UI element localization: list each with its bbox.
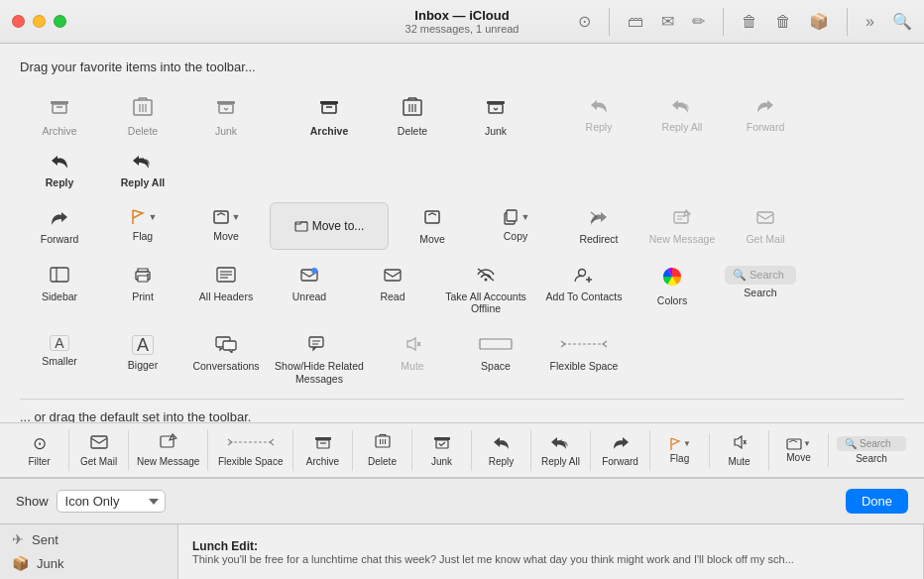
toolbar-item-delete[interactable]: Delete bbox=[373, 90, 452, 142]
svg-rect-13 bbox=[322, 104, 336, 113]
toolbar-item-reply-all-bold[interactable]: Reply All bbox=[103, 146, 182, 193]
default-item-reply-all[interactable]: Reply All bbox=[531, 430, 591, 471]
default-reply-all-icon bbox=[550, 434, 572, 454]
toolbar-item-colors[interactable]: Colors bbox=[633, 260, 712, 319]
reply-all-bold-icon bbox=[131, 152, 155, 173]
mail-icon[interactable]: ✉ bbox=[661, 12, 674, 31]
move-label: Move bbox=[419, 233, 445, 246]
toolbar-item-move-dropdown[interactable]: ▼ Move bbox=[186, 202, 266, 250]
default-item-archive[interactable]: Archive bbox=[293, 430, 353, 471]
default-forward-label: Forward bbox=[602, 456, 638, 467]
minimize-button[interactable] bbox=[33, 15, 46, 28]
junk-icon[interactable]: 📦 bbox=[809, 12, 829, 31]
reply-all-gray-icon bbox=[670, 96, 694, 117]
toolbar-item-flexible-space[interactable]: Flexible Space bbox=[539, 329, 629, 389]
default-item-flexible-space[interactable]: Flexible Space bbox=[208, 430, 293, 471]
toolbar-item-reply-bold[interactable]: Reply bbox=[20, 146, 99, 193]
toolbar-item-junk-small[interactable]: Junk bbox=[186, 90, 266, 142]
toolbar-item-move[interactable]: Move bbox=[393, 202, 472, 250]
message-from: Lunch Edit: bbox=[192, 539, 909, 553]
done-button[interactable]: Done bbox=[846, 489, 908, 514]
toolbar-item-print[interactable]: Print bbox=[103, 260, 182, 319]
default-item-forward[interactable]: Forward bbox=[591, 430, 650, 471]
svg-rect-58 bbox=[91, 436, 107, 448]
toolbar-item-reply-gray[interactable]: Reply bbox=[559, 90, 638, 142]
take-all-offline-icon bbox=[475, 266, 497, 287]
toolbar-item-junk[interactable]: Junk bbox=[456, 90, 535, 142]
default-forward-icon bbox=[612, 434, 630, 454]
default-flag-icon: ▼ bbox=[668, 437, 691, 451]
toolbar-item-search[interactable]: 🔍 Search Search bbox=[716, 260, 805, 319]
maximize-button[interactable] bbox=[54, 15, 66, 28]
more-icon[interactable]: » bbox=[866, 13, 874, 31]
default-item-junk[interactable]: Junk bbox=[412, 430, 472, 471]
archive-icon[interactable]: 🗃 bbox=[628, 13, 643, 31]
bigger-icon: A bbox=[132, 335, 154, 355]
toolbar-item-show-hide-related[interactable]: Show/Hide Related Messages bbox=[270, 329, 369, 389]
divider bbox=[20, 399, 904, 400]
toolbar-item-unread[interactable]: Unread bbox=[270, 260, 349, 319]
svg-point-44 bbox=[485, 278, 488, 281]
move-dropdown-icon: ▼ bbox=[212, 208, 241, 226]
default-item-reply[interactable]: Reply bbox=[472, 430, 531, 471]
toolbar-item-archive-small[interactable]: Archive bbox=[20, 90, 99, 142]
default-item-search[interactable]: 🔍 Search Search bbox=[829, 432, 914, 468]
toolbar-item-bigger[interactable]: A Bigger bbox=[103, 329, 182, 389]
archive-label: Archive bbox=[310, 125, 349, 138]
default-item-move[interactable]: ▼ Move bbox=[769, 433, 829, 467]
sent-label: Sent bbox=[32, 532, 58, 547]
copy-icon: ▼ bbox=[502, 208, 530, 226]
toolbar-item-forward[interactable]: Forward bbox=[20, 202, 99, 250]
toolbar-item-delete-small[interactable]: Delete bbox=[103, 90, 182, 142]
toolbar-item-archive[interactable]: Archive bbox=[289, 90, 369, 142]
svg-rect-25 bbox=[295, 222, 307, 231]
close-button[interactable] bbox=[12, 15, 25, 28]
svg-rect-42 bbox=[385, 270, 401, 281]
default-move-icon: ▼ bbox=[786, 437, 811, 450]
default-item-delete[interactable]: Delete bbox=[353, 429, 412, 471]
default-item-new-message[interactable]: New Message bbox=[129, 429, 208, 471]
get-mail-label: Get Mail bbox=[746, 233, 784, 246]
filter-icon[interactable]: ⊙ bbox=[578, 12, 591, 31]
toolbar-item-add-to-contacts[interactable]: Add To Contacts bbox=[539, 260, 629, 319]
move-to-label: Move to... bbox=[312, 219, 365, 233]
toolbar-item-move-to[interactable]: Move to... bbox=[270, 202, 389, 250]
toolbar-item-all-headers[interactable]: All Headers bbox=[186, 260, 266, 319]
toolbar-item-conversations[interactable]: Conversations bbox=[186, 329, 266, 389]
message-preview[interactable]: Lunch Edit: Think you'll be free for a l… bbox=[178, 524, 924, 579]
toolbar-item-flag[interactable]: ▼ Flag bbox=[103, 202, 182, 250]
search-icon[interactable]: 🔍 bbox=[892, 12, 912, 31]
default-move-label: Move bbox=[786, 452, 810, 463]
svg-rect-28 bbox=[507, 210, 517, 221]
compose-icon[interactable]: ✏ bbox=[692, 12, 705, 31]
trash-icon[interactable]: 🗑 bbox=[742, 13, 757, 31]
reply-gray-icon bbox=[589, 96, 609, 117]
default-item-mute[interactable]: Mute bbox=[710, 430, 769, 471]
toolbar-item-read[interactable]: Read bbox=[353, 260, 432, 319]
toolbar-item-copy[interactable]: ▼ Copy bbox=[476, 202, 555, 250]
sidebar-item-sent[interactable]: ✈ Sent bbox=[0, 527, 177, 551]
toolbar-item-mute[interactable]: Mute bbox=[373, 329, 452, 389]
toolbar-item-smaller[interactable]: A Smaller bbox=[20, 329, 99, 389]
titlebar-actions: ⊙ 🗃 ✉ ✏ 🗑 🗑 📦 » 🔍 bbox=[578, 8, 912, 36]
colors-icon bbox=[661, 266, 683, 290]
toolbar-item-space[interactable]: Space bbox=[456, 329, 535, 389]
toolbar-item-forward-gray[interactable]: Forward bbox=[726, 90, 805, 142]
svg-rect-59 bbox=[161, 436, 173, 447]
default-item-get-mail[interactable]: Get Mail bbox=[69, 430, 129, 471]
delete-icon[interactable]: 🗑 bbox=[775, 13, 791, 31]
toolbar-item-sidebar[interactable]: Sidebar bbox=[20, 260, 99, 319]
move-dropdown-label: Move bbox=[213, 230, 239, 243]
sidebar-item-junk[interactable]: 📦 Junk bbox=[0, 551, 177, 575]
default-toolbar: ⊙ Filter Get Mail New Message bbox=[0, 422, 924, 478]
default-filter-label: Filter bbox=[28, 456, 50, 467]
show-select[interactable]: Icon Only Icon and Text Text Only bbox=[57, 490, 166, 513]
default-item-filter[interactable]: ⊙ Filter bbox=[10, 429, 69, 471]
toolbar-item-reply-all-gray[interactable]: Reply All bbox=[642, 90, 722, 142]
toolbar-item-new-message[interactable]: New Message bbox=[642, 202, 722, 250]
default-item-flag[interactable]: ▼ Flag bbox=[650, 433, 710, 468]
all-headers-label: All Headers bbox=[199, 290, 253, 303]
toolbar-item-redirect[interactable]: Redirect bbox=[559, 202, 638, 250]
toolbar-item-take-all-offline[interactable]: Take All Accounts Offline bbox=[436, 260, 535, 319]
toolbar-item-get-mail[interactable]: Get Mail bbox=[726, 202, 805, 250]
